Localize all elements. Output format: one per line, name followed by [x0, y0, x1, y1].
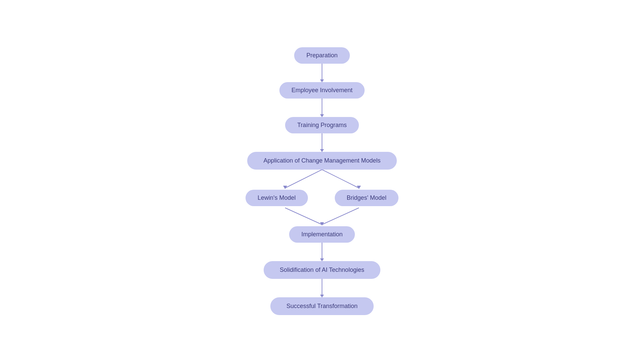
svg-line-5 — [322, 208, 359, 225]
svg-line-0 — [285, 170, 322, 188]
solidification-node: Solidification of AI Technologies — [264, 261, 380, 279]
training-programs-node: Training Programs — [285, 117, 359, 133]
bridges-model-node: Bridges' Model — [335, 190, 399, 206]
connector-3 — [322, 133, 322, 152]
lewins-model-node: Lewin's Model — [246, 190, 308, 206]
flowchart: Preparation Employee Involvement Trainin… — [246, 47, 398, 315]
svg-line-4 — [285, 208, 322, 225]
branch-top-connectors — [255, 170, 389, 190]
implementation-node: Implementation — [289, 226, 355, 243]
branch-bottom-connectors — [255, 206, 389, 226]
employee-involvement-node: Employee Involvement — [279, 82, 365, 99]
preparation-node: Preparation — [294, 47, 350, 64]
application-node: Application of Change Management Models — [247, 152, 396, 170]
connector-4 — [322, 243, 322, 261]
connector-5 — [322, 279, 322, 297]
svg-line-2 — [322, 170, 359, 188]
connector-2 — [322, 99, 322, 117]
connector-1 — [322, 64, 322, 82]
successful-transformation-node: Successful Transformation — [270, 297, 374, 315]
branch-row: Lewin's Model Bridges' Model — [246, 190, 398, 206]
